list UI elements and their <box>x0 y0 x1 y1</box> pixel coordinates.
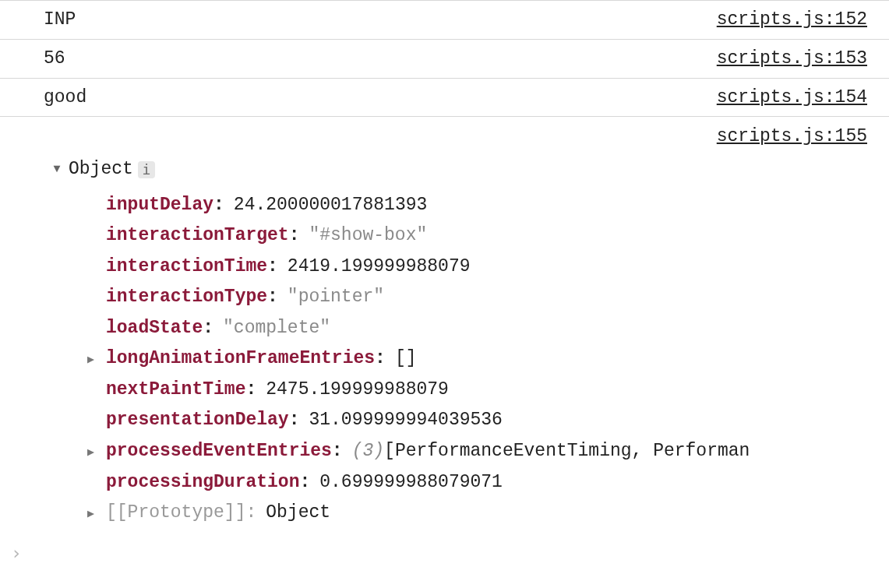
prop-key: interactionTarget <box>106 220 289 252</box>
prop-value: "#show-box" <box>309 220 427 252</box>
prop-key: nextPaintTime <box>106 375 245 406</box>
source-link[interactable]: scripts.js:155 <box>717 121 867 153</box>
log-row: good scripts.js:154 <box>0 79 889 118</box>
prop-value: Object <box>266 498 330 529</box>
prop-value: [] <box>395 343 417 375</box>
disclosure-down-icon[interactable]: ▼ <box>50 160 64 180</box>
prop-interactionTime[interactable]: interactionTime:2419.199999988079 <box>87 252 867 283</box>
prop-count: (3) <box>352 436 384 467</box>
object-log-row: scripts.js:155 ▼ Object i inputDelay:24.… <box>0 117 889 533</box>
prop-value: 31.099999994039536 <box>309 405 502 436</box>
prop-key: presentationDelay <box>106 405 289 436</box>
prop-key: processingDuration <box>106 467 299 498</box>
log-message: good <box>44 83 86 112</box>
source-link[interactable]: scripts.js:153 <box>717 44 867 73</box>
prop-nextPaintTime[interactable]: nextPaintTime:2475.199999988079 <box>87 375 867 406</box>
console-panel: INP scripts.js:152 56 scripts.js:153 goo… <box>0 0 889 588</box>
log-row: 56 scripts.js:153 <box>0 40 889 79</box>
prop-value: [PerformanceEventTiming, Performan <box>384 436 750 467</box>
prop-processingDuration[interactable]: processingDuration:0.699999988079071 <box>87 467 867 498</box>
object-label: Object <box>69 154 133 185</box>
log-message: INP <box>44 5 76 34</box>
prop-interactionType[interactable]: interactionType:"pointer" <box>87 282 867 313</box>
prop-key: interactionTime <box>106 252 267 283</box>
prop-value: 0.699999988079071 <box>319 467 503 498</box>
console-prompt[interactable]: › <box>0 533 889 565</box>
prop-key: processedEventEntries <box>106 436 332 467</box>
prop-key: longAnimationFrameEntries <box>106 343 375 375</box>
prop-value: 24.200000017881393 <box>234 190 427 221</box>
disclosure-right-icon[interactable]: ▶ <box>87 350 106 371</box>
prop-prototype[interactable]: ▶ [[Prototype]]:Object <box>87 498 867 529</box>
log-row: INP scripts.js:152 <box>0 0 889 40</box>
source-link[interactable]: scripts.js:152 <box>717 5 867 34</box>
prop-value: 2419.199999988079 <box>288 252 471 283</box>
prop-key: [[Prototype]] <box>106 498 245 529</box>
info-icon[interactable]: i <box>138 161 155 178</box>
prop-key: interactionType <box>106 282 267 313</box>
prop-key: inputDelay <box>106 190 213 221</box>
prop-value: "pointer" <box>288 282 384 313</box>
disclosure-right-icon[interactable]: ▶ <box>87 505 106 525</box>
log-message: 56 <box>44 44 65 73</box>
object-properties: inputDelay:24.200000017881393 interactio… <box>44 190 867 529</box>
prop-value: "complete" <box>223 313 330 344</box>
object-title[interactable]: ▼ Object i <box>50 154 155 185</box>
prop-presentationDelay[interactable]: presentationDelay:31.099999994039536 <box>87 405 867 436</box>
disclosure-right-icon[interactable]: ▶ <box>87 443 106 463</box>
prop-longAnimationFrameEntries[interactable]: ▶ longAnimationFrameEntries:[] <box>87 343 867 375</box>
chevron-right-icon: › <box>11 543 22 563</box>
source-link[interactable]: scripts.js:154 <box>717 83 867 112</box>
prop-inputDelay[interactable]: inputDelay:24.200000017881393 <box>87 190 867 221</box>
prop-value: 2475.199999988079 <box>266 375 449 406</box>
object-header-row: scripts.js:155 <box>44 121 867 153</box>
prop-key: loadState <box>106 313 203 344</box>
prop-loadState[interactable]: loadState:"complete" <box>87 313 867 344</box>
prop-processedEventEntries[interactable]: ▶ processedEventEntries:(3) [Performance… <box>87 436 867 467</box>
prop-interactionTarget[interactable]: interactionTarget:"#show-box" <box>87 220 867 252</box>
